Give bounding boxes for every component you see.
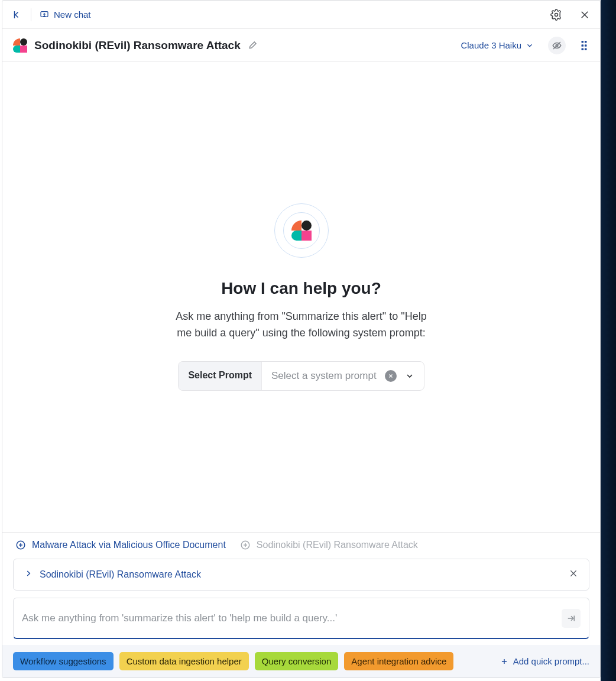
new-chat-button[interactable]: New chat (40, 9, 91, 20)
window-edge (601, 0, 616, 681)
empty-state: How I can help you? Ask me anything from… (2, 62, 600, 532)
add-quick-prompt-button[interactable]: Add quick prompt... (500, 656, 589, 666)
new-chat-label: New chat (54, 9, 91, 20)
expand-toggle[interactable] (24, 569, 31, 580)
send-button[interactable] (562, 609, 581, 628)
context-banner-title: Sodinokibi (REvil) Ransomware Attack (40, 569, 560, 580)
context-tabs: Malware Attack via Malicious Office Docu… (2, 532, 600, 553)
top-bar: New chat (2, 1, 600, 29)
add-quick-prompt-label: Add quick prompt... (513, 656, 589, 666)
svg-rect-7 (582, 48, 584, 50)
quick-prompt-chip[interactable]: Agent integration advice (344, 652, 453, 670)
divider (31, 8, 31, 21)
context-tab-sodinokibi[interactable]: Sodinokibi (REvil) Ransomware Attack (240, 540, 418, 550)
hero-logo (274, 203, 329, 258)
context-tab-label: Malware Attack via Malicious Office Docu… (32, 540, 226, 550)
plus-circle-icon (240, 540, 251, 550)
app: New chat Sodinokibi (REvil) Ransomware A… (2, 0, 601, 678)
plus-icon (500, 657, 508, 666)
quick-prompts-bar: Workflow suggestions Custom data ingesti… (2, 645, 600, 677)
visibility-toggle-button[interactable] (548, 37, 566, 54)
remove-context-button[interactable] (569, 569, 578, 581)
quick-prompt-chip[interactable]: Custom data ingestion helper (119, 652, 249, 670)
chat-input[interactable] (22, 598, 562, 638)
close-button[interactable] (579, 9, 591, 21)
plus-circle-icon (15, 540, 26, 550)
collapse-sidebar-button[interactable] (12, 9, 22, 20)
quick-prompt-chip[interactable]: Workflow suggestions (13, 652, 114, 670)
model-name: Claude 3 Haiku (461, 40, 521, 50)
quick-prompt-chip[interactable]: Query conversion (255, 652, 339, 670)
chevron-down-icon (526, 41, 534, 50)
chevron-down-icon (405, 371, 414, 381)
hero-subtext: Ask me anything from "Summarize this ale… (174, 309, 429, 342)
svg-rect-4 (585, 40, 587, 43)
chat-title: Sodinokibi (REvil) Ransomware Attack (34, 39, 241, 52)
prompt-select-placeholder: Select a system prompt (271, 370, 377, 382)
brand-logo-icon (291, 220, 312, 241)
model-selector[interactable]: Claude 3 Haiku (461, 40, 534, 50)
chat-header: Sodinokibi (REvil) Ransomware Attack Cla… (2, 29, 600, 62)
prompt-select-label: Select Prompt (179, 362, 262, 390)
hero-headline: How I can help you? (221, 279, 381, 298)
svg-rect-8 (585, 48, 587, 50)
chat-input-container (13, 598, 589, 639)
context-tab-malware-attack[interactable]: Malware Attack via Malicious Office Docu… (15, 540, 226, 550)
more-menu-button[interactable] (579, 40, 589, 51)
brand-logo-icon (13, 38, 27, 53)
context-tab-label: Sodinokibi (REvil) Ransomware Attack (257, 540, 418, 550)
send-icon (566, 613, 576, 624)
settings-button[interactable] (550, 9, 562, 21)
context-banner: Sodinokibi (REvil) Ransomware Attack (13, 559, 589, 591)
svg-rect-3 (582, 40, 584, 43)
svg-rect-5 (582, 44, 584, 47)
svg-point-1 (555, 13, 558, 16)
svg-rect-6 (585, 44, 587, 47)
chevron-right-icon (24, 569, 33, 578)
edit-title-button[interactable] (248, 41, 257, 50)
clear-icon[interactable] (385, 370, 397, 382)
prompt-select-dropdown[interactable]: Select a system prompt (262, 362, 424, 390)
prompt-select: Select Prompt Select a system prompt (178, 361, 424, 391)
